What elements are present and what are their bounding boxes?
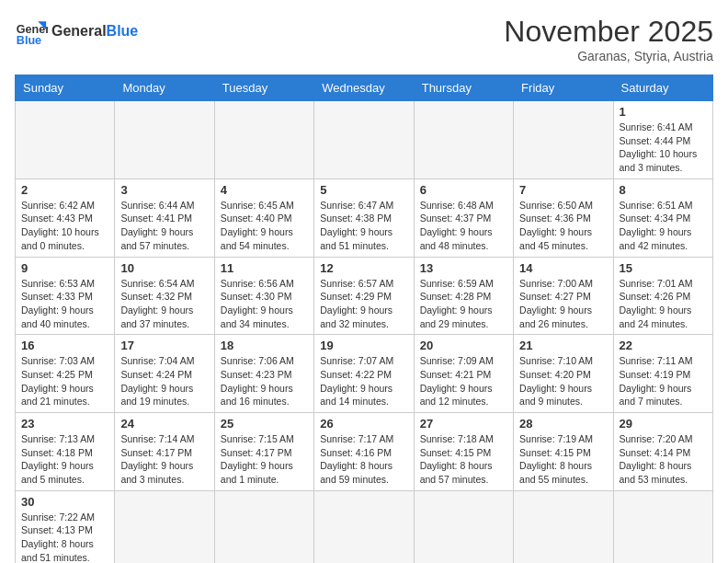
calendar-cell: 28Sunrise: 7:19 AMSunset: 4:15 PMDayligh… (514, 413, 613, 491)
day-number: 21 (519, 339, 607, 352)
calendar-cell: 19Sunrise: 7:07 AMSunset: 4:22 PMDayligh… (314, 335, 414, 413)
title-block: November 2025 Garanas, Styria, Austria (504, 15, 713, 63)
day-info: Sunrise: 6:50 AMSunset: 4:36 PMDaylight:… (519, 199, 607, 253)
day-info: Sunrise: 6:45 AMSunset: 4:40 PMDaylight:… (221, 199, 308, 253)
calendar-cell: 8Sunrise: 6:51 AMSunset: 4:34 PMDaylight… (613, 178, 712, 257)
calendar-cell: 4Sunrise: 6:45 AMSunset: 4:40 PMDaylight… (214, 178, 313, 257)
day-number: 8 (620, 183, 707, 197)
day-number: 26 (320, 417, 407, 431)
day-number: 27 (420, 417, 507, 431)
page-header: General Blue GeneralBlue November 2025 G… (15, 15, 713, 63)
calendar-cell: 29Sunrise: 7:20 AMSunset: 4:14 PMDayligh… (613, 413, 712, 491)
day-number: 17 (120, 339, 208, 352)
day-info: Sunrise: 7:01 AMSunset: 4:26 PMDaylight:… (620, 277, 707, 331)
calendar-cell: 21Sunrise: 7:10 AMSunset: 4:20 PMDayligh… (514, 335, 613, 413)
calendar-cell: 3Sunrise: 6:44 AMSunset: 4:41 PMDaylight… (115, 178, 214, 257)
calendar-cell: 17Sunrise: 7:04 AMSunset: 4:24 PMDayligh… (115, 335, 214, 413)
day-info: Sunrise: 7:13 AMSunset: 4:18 PMDaylight:… (21, 432, 108, 487)
day-info: Sunrise: 6:42 AMSunset: 4:43 PMDaylight:… (21, 199, 108, 253)
calendar-cell: 14Sunrise: 7:00 AMSunset: 4:27 PMDayligh… (514, 257, 613, 335)
day-info: Sunrise: 6:48 AMSunset: 4:37 PMDaylight:… (420, 199, 507, 253)
calendar-cell (214, 101, 313, 179)
day-number: 11 (221, 261, 308, 275)
day-info: Sunrise: 7:06 AMSunset: 4:23 PMDaylight:… (221, 354, 308, 408)
day-number: 19 (320, 339, 407, 352)
day-info: Sunrise: 6:59 AMSunset: 4:28 PMDaylight:… (420, 277, 507, 331)
day-info: Sunrise: 6:44 AMSunset: 4:41 PMDaylight:… (120, 199, 208, 253)
calendar-header-row: SundayMondayTuesdayWednesdayThursdayFrid… (16, 75, 713, 101)
day-info: Sunrise: 7:15 AMSunset: 4:17 PMDaylight:… (221, 432, 308, 487)
calendar-header-wednesday: Wednesday (314, 75, 414, 101)
month-title: November 2025 (504, 15, 713, 49)
logo-icon: General Blue (15, 15, 48, 48)
calendar-cell (314, 101, 414, 179)
day-number: 28 (519, 417, 607, 431)
calendar-cell: 1Sunrise: 6:41 AMSunset: 4:44 PMDaylight… (613, 101, 712, 179)
day-info: Sunrise: 6:53 AMSunset: 4:33 PMDaylight:… (21, 277, 108, 331)
calendar-cell: 22Sunrise: 7:11 AMSunset: 4:19 PMDayligh… (613, 335, 712, 413)
day-info: Sunrise: 6:51 AMSunset: 4:34 PMDaylight:… (620, 199, 707, 253)
day-info: Sunrise: 6:56 AMSunset: 4:30 PMDaylight:… (221, 277, 308, 331)
day-info: Sunrise: 7:11 AMSunset: 4:19 PMDaylight:… (620, 354, 707, 408)
day-number: 18 (221, 339, 308, 352)
calendar-cell: 10Sunrise: 6:54 AMSunset: 4:32 PMDayligh… (115, 257, 214, 335)
calendar-cell (16, 101, 115, 179)
day-number: 6 (420, 183, 507, 197)
calendar-cell: 23Sunrise: 7:13 AMSunset: 4:18 PMDayligh… (16, 413, 115, 491)
calendar-cell (115, 101, 214, 179)
calendar-cell: 11Sunrise: 6:56 AMSunset: 4:30 PMDayligh… (214, 257, 313, 335)
day-number: 13 (420, 261, 507, 275)
day-info: Sunrise: 7:17 AMSunset: 4:16 PMDaylight:… (320, 432, 407, 487)
day-number: 7 (519, 183, 607, 197)
calendar-header-tuesday: Tuesday (214, 75, 313, 101)
day-info: Sunrise: 6:54 AMSunset: 4:32 PMDaylight:… (120, 277, 208, 331)
calendar-cell (314, 490, 414, 563)
calendar-cell (414, 101, 513, 179)
calendar-header-monday: Monday (115, 75, 214, 101)
day-info: Sunrise: 7:20 AMSunset: 4:14 PMDaylight:… (620, 432, 707, 487)
day-info: Sunrise: 6:41 AMSunset: 4:44 PMDaylight:… (620, 121, 707, 175)
day-number: 14 (519, 261, 607, 275)
day-number: 4 (221, 183, 308, 197)
day-info: Sunrise: 7:19 AMSunset: 4:15 PMDaylight:… (519, 432, 607, 487)
calendar-header-thursday: Thursday (414, 75, 513, 101)
calendar-cell (214, 490, 313, 563)
day-number: 23 (21, 417, 108, 431)
calendar-week-row: 16Sunrise: 7:03 AMSunset: 4:25 PMDayligh… (16, 335, 713, 413)
calendar-week-row: 23Sunrise: 7:13 AMSunset: 4:18 PMDayligh… (16, 413, 713, 491)
calendar-cell (613, 490, 712, 563)
day-info: Sunrise: 7:09 AMSunset: 4:21 PMDaylight:… (420, 354, 507, 408)
day-number: 24 (120, 417, 208, 431)
calendar-cell: 26Sunrise: 7:17 AMSunset: 4:16 PMDayligh… (314, 413, 414, 491)
calendar-cell: 9Sunrise: 6:53 AMSunset: 4:33 PMDaylight… (16, 257, 115, 335)
calendar-cell (514, 490, 613, 563)
calendar-cell (115, 490, 214, 563)
day-number: 20 (420, 339, 507, 352)
calendar-cell: 25Sunrise: 7:15 AMSunset: 4:17 PMDayligh… (214, 413, 313, 491)
calendar-cell: 30Sunrise: 7:22 AMSunset: 4:13 PMDayligh… (16, 490, 115, 563)
day-number: 5 (320, 183, 407, 197)
calendar-cell: 13Sunrise: 6:59 AMSunset: 4:28 PMDayligh… (414, 257, 513, 335)
logo: General Blue GeneralBlue (15, 15, 138, 48)
day-number: 15 (620, 261, 707, 275)
calendar-cell: 5Sunrise: 6:47 AMSunset: 4:38 PMDaylight… (314, 178, 414, 257)
day-info: Sunrise: 7:07 AMSunset: 4:22 PMDaylight:… (320, 354, 407, 408)
calendar-header-sunday: Sunday (16, 75, 115, 101)
svg-text:Blue: Blue (17, 34, 41, 47)
calendar-week-row: 2Sunrise: 6:42 AMSunset: 4:43 PMDaylight… (16, 178, 713, 257)
day-number: 1 (620, 105, 707, 119)
day-info: Sunrise: 7:00 AMSunset: 4:27 PMDaylight:… (519, 277, 607, 331)
calendar-cell: 6Sunrise: 6:48 AMSunset: 4:37 PMDaylight… (414, 178, 513, 257)
calendar-cell: 27Sunrise: 7:18 AMSunset: 4:15 PMDayligh… (414, 413, 513, 491)
day-info: Sunrise: 6:57 AMSunset: 4:29 PMDaylight:… (320, 277, 407, 331)
day-number: 30 (21, 495, 108, 509)
calendar-week-row: 1Sunrise: 6:41 AMSunset: 4:44 PMDaylight… (16, 101, 713, 179)
day-info: Sunrise: 7:18 AMSunset: 4:15 PMDaylight:… (420, 432, 507, 487)
day-info: Sunrise: 7:22 AMSunset: 4:13 PMDaylight:… (21, 511, 108, 563)
calendar-cell: 18Sunrise: 7:06 AMSunset: 4:23 PMDayligh… (214, 335, 313, 413)
day-number: 9 (21, 261, 108, 275)
day-info: Sunrise: 7:03 AMSunset: 4:25 PMDaylight:… (21, 354, 108, 408)
day-number: 22 (620, 339, 707, 352)
day-info: Sunrise: 7:14 AMSunset: 4:17 PMDaylight:… (120, 432, 208, 487)
calendar-cell (414, 490, 513, 563)
